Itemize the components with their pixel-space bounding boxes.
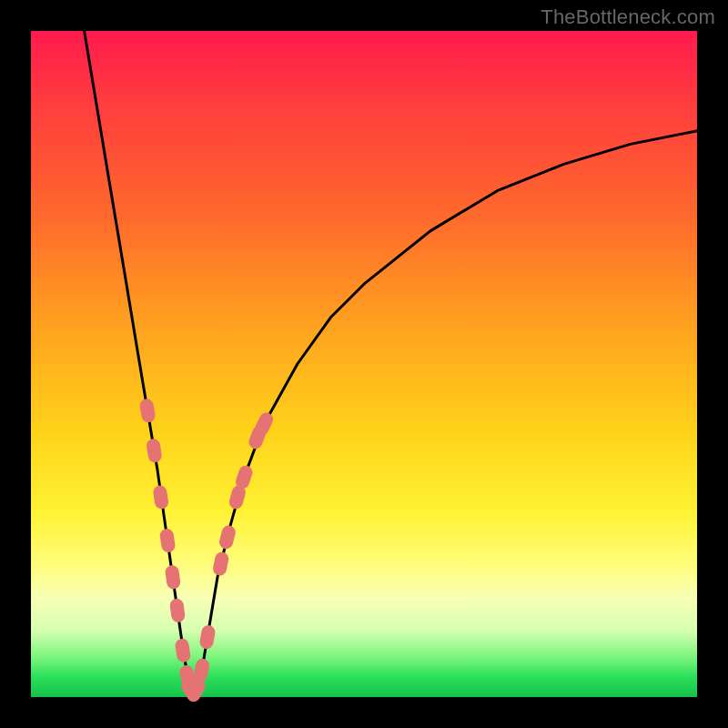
curve-marker [175, 638, 192, 663]
bottleneck-curve [85, 31, 697, 691]
curve-marker [212, 551, 230, 576]
plot-area [31, 31, 697, 697]
curve-marker [217, 524, 237, 551]
curve-marker [152, 484, 169, 510]
marker-group [139, 398, 276, 704]
curve-marker [139, 398, 157, 423]
curve-marker [146, 438, 163, 463]
curve-marker [165, 564, 182, 590]
watermark-text: TheBottleneck.com [541, 5, 715, 29]
curve-marker [192, 657, 210, 683]
curve-marker [198, 624, 216, 650]
chart-frame: TheBottleneck.com [0, 0, 728, 728]
curve-marker [159, 528, 177, 553]
curve-marker [169, 598, 186, 623]
curve-layer [31, 31, 697, 697]
